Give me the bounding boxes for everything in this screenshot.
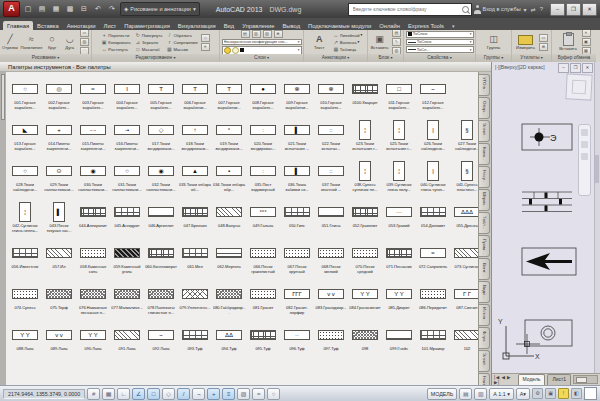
palette-tool[interactable]: ~012.Горные выработк... [416, 77, 450, 116]
window-button[interactable]: ‒ [550, 3, 565, 16]
panel-label-modify[interactable]: Редактирование ▾ [92, 54, 219, 62]
palette-tool[interactable]: 074.Супесь [8, 282, 42, 321]
status-toggle[interactable]: ▨ [237, 388, 250, 400]
match-properties-icon[interactable]: ▩ [582, 47, 591, 54]
zoom-icon[interactable] [581, 141, 588, 148]
palette-tool[interactable]: T006.Горные выработки... [178, 77, 212, 116]
palette-tool[interactable]: 050.Гипс [280, 200, 314, 239]
palette-tool[interactable]: ¦025.Точки испытания г... [382, 118, 416, 157]
layer-dropdown[interactable]: ▾ [222, 46, 302, 55]
palette-tab[interactable]: УГО в... [479, 74, 490, 96]
palette-tool[interactable]: 056.Известняк [8, 241, 42, 280]
ribbon-tab[interactable]: Управление [238, 21, 278, 30]
palette-tool[interactable]: §041.Супесь пластичн... [450, 159, 478, 198]
autocad-logo-menu[interactable]: A [3, 1, 20, 17]
palette-scrollbar[interactable] [0, 72, 6, 385]
status-toggle[interactable]: □ [147, 388, 160, 400]
palette-tool[interactable]: ¦038.Супесь суглинок пл... [348, 159, 382, 198]
palette-tool[interactable]: :020.Точки зондирован... [246, 118, 280, 157]
model-space-button[interactable]: МОДЕЛЬ [427, 388, 458, 400]
status-toggle[interactable]: ◇ [162, 388, 175, 400]
palette-tool[interactable]: 098 [348, 323, 382, 362]
palette-tool[interactable]: -·-015.Пикеты закреплени... [76, 118, 110, 157]
ribbon-tab[interactable]: Главная [3, 21, 33, 30]
panel-label-clipboard[interactable]: Буфер обмена [552, 54, 596, 62]
copy-button[interactable]: ▣Копировать [101, 39, 131, 45]
palette-tool[interactable]: °°°049.Галька [246, 200, 280, 239]
palette-tool[interactable]: 081.Гранит [246, 282, 280, 321]
palette-tool[interactable]: 045.Ангидрит [110, 200, 144, 239]
window-button[interactable]: ❐ [566, 3, 581, 16]
quick-view-layouts-icon[interactable]: ▤ [459, 388, 472, 400]
palette-tool[interactable]: 075.Торф [42, 282, 76, 321]
panel-label-groups[interactable]: Группы ▾ [476, 54, 511, 62]
palette-tool[interactable]: ···053.Гравий [382, 200, 416, 239]
status-toggle[interactable]: ∠ [132, 388, 145, 400]
layout-tab[interactable]: Модель [518, 374, 546, 385]
status-toggle[interactable]: = [252, 388, 265, 400]
palette-tool[interactable]: ⊗009.Горные выработки... [280, 77, 314, 116]
move-button[interactable]: +Перенести [101, 32, 131, 38]
palette-tool[interactable]: ~092.Лава [144, 323, 178, 362]
annotation-scale-dropdown[interactable]: А 1:1 ▾ [489, 388, 514, 400]
palette-tool[interactable]: 054.Доломит [416, 200, 450, 239]
palette-tool[interactable]: ○001.Горные выработк... [8, 77, 42, 116]
palette-tool[interactable]: ◎002.Горные выработк... [42, 77, 76, 116]
palette-tool[interactable]: 066.Песок гравелистый [246, 241, 280, 280]
palette-tool[interactable]: 077.Магматиче... [110, 282, 144, 321]
chevron-down-icon[interactable]: ▾ [523, 6, 528, 13]
canvas-scrollbar[interactable] [594, 62, 600, 373]
color-dropdown[interactable]: ПоСлою▾ [406, 31, 474, 38]
palette-tool[interactable]: ⊗010.Горные выработк... [314, 77, 348, 116]
workspace-dropdown[interactable]: ◈ Рисование и аннотации ▾ [120, 2, 200, 16]
hatch-tool-icon[interactable]: ▨ [80, 38, 89, 46]
palette-tool[interactable]: 057.Ил [42, 241, 76, 280]
palette-tool[interactable]: ●008.Горные выработк... [246, 77, 280, 116]
ribbon-tab[interactable]: Вставка [33, 21, 63, 30]
ribbon-tab[interactable]: Аннотации [63, 21, 100, 30]
ribbon-tab[interactable]: Параметризация [120, 21, 174, 30]
palette-tool[interactable]: ▌021.Точки испытания ... [280, 118, 314, 157]
palette-tool[interactable]: Г Г087.Сиенит [450, 282, 478, 321]
status-toggle[interactable]: + [207, 388, 220, 400]
palette-tool[interactable]: §027.Точки наблюдени... [450, 118, 478, 157]
layer-config-dropdown[interactable]: Несохраненная конфигурация сло...▾ [222, 39, 302, 45]
ribbon-tab[interactable]: Онлайн [375, 21, 404, 30]
tool-palette-titlebar[interactable]: Палитры инструментов - Все палитры [0, 62, 491, 72]
palette-tool[interactable]: 068.Песок мелкий [314, 241, 348, 280]
palette-tool[interactable]: ▲033.Точки отбора об... [178, 159, 212, 198]
stretch-button[interactable]: ↔Растянуть [101, 46, 131, 52]
search-icon[interactable] [462, 6, 469, 13]
quick-view-drawings-icon[interactable]: ▥ [474, 388, 487, 400]
palette-tool[interactable]: -•016.Пикеты закреплени... [110, 118, 144, 157]
palette-tool[interactable]: 071.Песчаник [382, 241, 416, 280]
palette-tool[interactable]: ΔΔ094.Туф [212, 323, 246, 362]
palette-tool[interactable]: ◉032.Точки напластовани... [144, 159, 178, 198]
ribbon-tab[interactable]: Вывод [278, 21, 304, 30]
status-toggle[interactable]: ≡ [222, 388, 235, 400]
status-toggle[interactable]: ▦ [102, 388, 115, 400]
palette-tool[interactable]: □011.Горные выработк... [382, 77, 416, 116]
panel-label-annotation[interactable]: Аннотации ▾ [304, 54, 367, 62]
palette-tool[interactable]: ○028.Точки наблюдени... [8, 159, 42, 198]
layout-scrollbar[interactable] [573, 375, 598, 384]
layer-isolate-icon[interactable]: ▧ [263, 30, 272, 38]
window-button[interactable]: ✕ [582, 3, 597, 16]
palette-tool[interactable]: ◉030.Точки напластовани... [76, 159, 110, 198]
palette-tool[interactable]: 095.Туф [246, 323, 280, 362]
palette-tool[interactable]: ▌036.Точка забивки св... [280, 159, 314, 198]
palette-tab[interactable]: Обор... [479, 97, 490, 119]
ribbon-tab[interactable]: Express Tools [404, 21, 448, 30]
palette-tool[interactable]: 061.Мел [178, 241, 212, 280]
status-toggle[interactable]: # [87, 388, 100, 400]
palette-tool[interactable]: ▌043.Песок текучая нас... [42, 200, 76, 239]
qat-button[interactable]: ↶ [92, 3, 104, 15]
quick-select-icon[interactable]: ▭ [539, 34, 548, 42]
palette-tab[interactable]: Элект... [479, 120, 490, 142]
panel-label-block[interactable]: Блок ▾ [368, 54, 403, 62]
annotation-visibility-button[interactable]: А▾ [516, 388, 530, 400]
palette-tab[interactable]: Виде... [479, 281, 490, 303]
ribbon-tab[interactable]: Подключаемые модули [304, 21, 375, 30]
palette-tool[interactable]: °019.Точки зондировани... [212, 118, 246, 157]
qat-button[interactable]: ↷ [106, 3, 118, 15]
